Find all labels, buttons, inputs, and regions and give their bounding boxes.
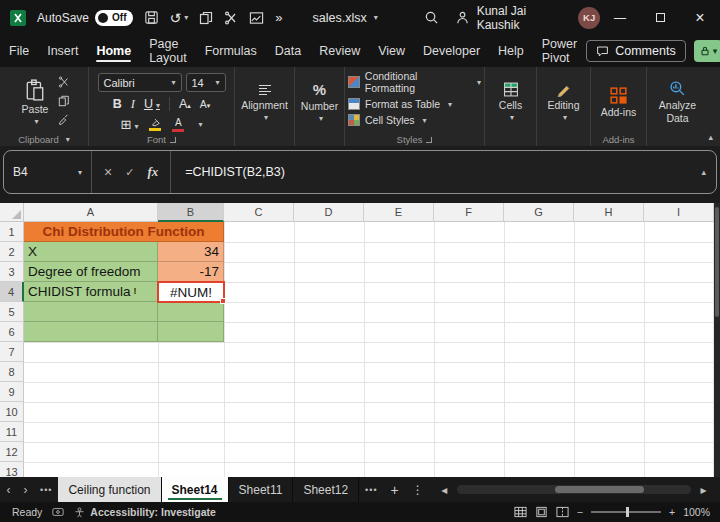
- column-header-i[interactable]: I: [644, 203, 714, 222]
- excel-app-icon[interactable]: [10, 10, 26, 26]
- cell-b5[interactable]: [158, 302, 224, 322]
- new-sheet-button[interactable]: +: [384, 482, 406, 498]
- more-commands-button[interactable]: »: [275, 10, 282, 25]
- tab-review[interactable]: Review: [310, 35, 369, 67]
- more-sheets-right[interactable]: •••: [359, 485, 383, 495]
- maximize-button[interactable]: [640, 0, 680, 35]
- cell-a3[interactable]: Degree of freedom: [24, 262, 158, 282]
- cell-styles-button[interactable]: Cell Styles ▾: [348, 114, 427, 126]
- cut-button[interactable]: [224, 11, 238, 25]
- cancel-button[interactable]: ×: [104, 164, 112, 180]
- zoom-slider-thumb[interactable]: [626, 507, 629, 517]
- enter-button[interactable]: ✓: [125, 166, 134, 179]
- sheet-tab-sheet12[interactable]: Sheet12: [293, 477, 359, 502]
- tab-power-pivot[interactable]: Power Pivot: [533, 35, 586, 67]
- bold-button[interactable]: B: [113, 97, 122, 111]
- cell-b2[interactable]: 34: [158, 242, 224, 262]
- ribbon-collapse-button[interactable]: ▴: [708, 132, 713, 142]
- page-break-view-icon[interactable]: [556, 506, 569, 518]
- horizontal-scrollbar[interactable]: [457, 485, 691, 494]
- cell-a6[interactable]: [24, 322, 158, 342]
- column-header-b[interactable]: B: [158, 203, 224, 222]
- sheet-next-button[interactable]: ›: [17, 483, 34, 497]
- cell-a1-title[interactable]: Chi Distribution Function: [24, 222, 224, 242]
- close-button[interactable]: ×: [680, 0, 720, 35]
- font-size-select[interactable]: 14 ▾: [186, 73, 226, 92]
- vertical-scrollbar-thumb[interactable]: [715, 207, 719, 317]
- cells-button[interactable]: Cells ▾: [495, 71, 526, 133]
- row-header-10[interactable]: 10: [0, 402, 24, 422]
- row-header-1[interactable]: 1: [0, 222, 24, 242]
- zoom-out-button[interactable]: −: [577, 506, 583, 518]
- minimize-button[interactable]: —: [600, 0, 640, 35]
- name-box[interactable]: B4 ▾: [4, 151, 92, 193]
- autosave-toggle[interactable]: AutoSave Off: [37, 10, 133, 26]
- column-header-a[interactable]: A: [24, 203, 158, 222]
- row-header-7[interactable]: 7: [0, 342, 24, 362]
- fill-color-button[interactable]: [149, 118, 161, 131]
- autosave-switch[interactable]: Off: [95, 10, 132, 26]
- sheet-prev-button[interactable]: ‹: [0, 483, 17, 497]
- font-dialog-launcher[interactable]: [170, 137, 176, 143]
- addins-button[interactable]: Add-ins: [597, 71, 641, 133]
- row-header-8[interactable]: 8: [0, 362, 24, 382]
- cell-b6[interactable]: [158, 322, 224, 342]
- tab-help[interactable]: Help: [489, 35, 533, 67]
- formula-input[interactable]: =CHIDIST(B2,B3): [171, 151, 701, 193]
- account-button[interactable]: Kunal Jai Kaushik KJ: [455, 4, 600, 32]
- tab-home[interactable]: Home: [87, 35, 140, 67]
- column-header-c[interactable]: C: [224, 203, 294, 222]
- comments-button[interactable]: Comments: [586, 40, 685, 62]
- tab-file[interactable]: File: [0, 35, 38, 67]
- zoom-in-button[interactable]: +: [669, 506, 675, 518]
- row-header-11[interactable]: 11: [0, 422, 24, 442]
- cell-a5[interactable]: [24, 302, 158, 322]
- font-name-select[interactable]: Calibri ▾: [98, 73, 182, 92]
- tab-insert[interactable]: Insert: [38, 35, 87, 67]
- tab-data[interactable]: Data: [266, 35, 310, 67]
- italic-button[interactable]: I: [131, 97, 135, 112]
- zoom-level[interactable]: 100%: [683, 506, 710, 518]
- borders-button[interactable]: ⊞▾: [121, 117, 139, 132]
- undo-button[interactable]: ↺ ▾: [170, 10, 189, 26]
- paste-button[interactable]: Paste ▾: [18, 71, 53, 133]
- search-icon[interactable]: [424, 10, 439, 25]
- normal-view-icon[interactable]: [514, 506, 527, 518]
- column-header-f[interactable]: F: [434, 203, 504, 222]
- sheet-tab-sheet14[interactable]: Sheet14: [162, 477, 229, 502]
- save-icon[interactable]: [144, 10, 159, 25]
- format-as-table-button[interactable]: Format as Table ▾: [348, 98, 452, 110]
- column-header-h[interactable]: H: [574, 203, 644, 222]
- picture-button[interactable]: [249, 11, 264, 25]
- row-header-13[interactable]: 13: [0, 462, 24, 477]
- copy-button[interactable]: [58, 95, 70, 107]
- sheet-options-kebab[interactable]: ⋮: [406, 483, 430, 497]
- insert-function-button[interactable]: fx: [147, 164, 158, 180]
- tab-formulas[interactable]: Formulas: [196, 35, 266, 67]
- font-color-button[interactable]: A: [172, 117, 184, 132]
- copy-button[interactable]: [199, 11, 213, 25]
- macro-record-icon[interactable]: [52, 507, 64, 517]
- cut-button[interactable]: [58, 76, 70, 88]
- styles-dialog-launcher[interactable]: [426, 137, 432, 143]
- alignment-button[interactable]: Alignment ▾: [237, 71, 292, 133]
- scroll-left-button[interactable]: ◂: [436, 483, 453, 497]
- zoom-slider[interactable]: [591, 511, 661, 513]
- number-format-button[interactable]: % Number ▾: [297, 71, 342, 133]
- row-header-9[interactable]: 9: [0, 382, 24, 402]
- formula-bar-collapse-button[interactable]: ▴: [701, 151, 716, 193]
- cell-a2[interactable]: X: [24, 242, 158, 262]
- row-header-4[interactable]: 4: [0, 282, 24, 302]
- cell-b3[interactable]: -17: [158, 262, 224, 282]
- editing-button[interactable]: Editing ▾: [543, 71, 583, 133]
- select-all-button[interactable]: [0, 203, 24, 222]
- file-name-menu[interactable]: sales.xlsx ▾: [312, 11, 377, 25]
- more-sheets-left[interactable]: •••: [34, 485, 58, 495]
- format-painter-button[interactable]: [58, 114, 70, 126]
- row-header-6[interactable]: 6: [0, 322, 24, 342]
- tab-developer[interactable]: Developer: [414, 35, 489, 67]
- scroll-right-button[interactable]: ▸: [695, 483, 712, 497]
- row-header-2[interactable]: 2: [0, 242, 24, 262]
- conditional-formatting-button[interactable]: Conditional Formatting ▾: [348, 70, 481, 94]
- cell-b4-active[interactable]: #NUM!: [158, 282, 224, 302]
